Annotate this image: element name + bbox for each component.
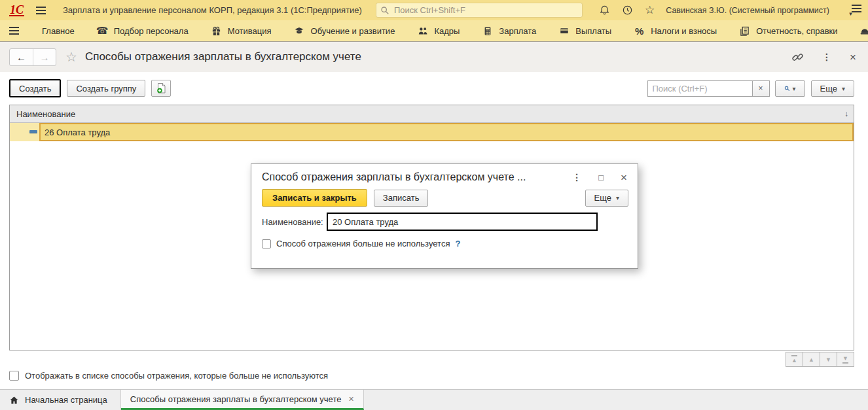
list-scroll-buttons: ▲ ▲ ▼ ▼ <box>786 352 854 367</box>
scroll-down-button[interactable]: ▼ <box>820 352 837 367</box>
dialog-button-bar: Записать и закрыть Записать Еще ▾ <box>251 186 638 207</box>
service-menu-icon[interactable]: ▾ <box>840 5 861 16</box>
notifications-bell-icon[interactable] <box>599 5 610 16</box>
create-group-button[interactable]: Создать группу <box>67 80 145 97</box>
dialog-more-icon[interactable]: ⋮ <box>572 172 581 182</box>
section-obuchenie[interactable]: Обучение и развитие <box>283 20 407 41</box>
top-bar: 1С Зарплата и управление персоналом КОРП… <box>0 0 868 20</box>
calculator-icon <box>482 26 493 36</box>
show-unused-checkbox[interactable] <box>9 371 19 381</box>
dialog-title: Способ отражения зарплаты в бухгалтерско… <box>262 171 555 183</box>
history-nav-group: ← → <box>9 48 56 66</box>
sections-panel-icon[interactable] <box>9 27 19 35</box>
list-search-input[interactable] <box>647 80 752 97</box>
graduation-icon <box>294 26 305 36</box>
list-search-group: × <box>647 80 770 97</box>
name-input[interactable] <box>327 213 598 231</box>
section-podbor-personala[interactable]: ☎ Подбор персонала <box>86 20 200 41</box>
scroll-to-top-button[interactable]: ▲ <box>786 352 803 367</box>
list-toolbar: Создать Создать группу × ▾ Еще ▾ <box>0 72 868 105</box>
create-button[interactable]: Создать <box>9 79 61 97</box>
reflection-method-dialog: Способ отражения зарплаты в бухгалтерско… <box>251 163 638 269</box>
report-icon <box>739 26 750 36</box>
show-unused-filter: Отображать в списке способы отражения, к… <box>9 371 328 381</box>
form-close-icon[interactable]: × <box>850 52 856 63</box>
column-header-name[interactable]: Наименование ↓ <box>10 105 854 123</box>
dialog-more-button[interactable]: Еще ▾ <box>585 190 628 207</box>
favorites-star-icon[interactable]: ☆ <box>645 5 655 16</box>
percent-icon: % <box>634 26 645 37</box>
chevron-down-icon: ▾ <box>792 85 795 92</box>
scroll-up-button[interactable]: ▲ <box>803 352 820 367</box>
chevron-down-icon: ▾ <box>616 194 619 201</box>
1c-logo: 1С <box>9 5 24 16</box>
tab-reflection-methods[interactable]: Способы отражения зарплаты в бухгалтерск… <box>121 390 364 410</box>
global-search[interactable] <box>376 3 583 18</box>
sections-menu-bar: Главное ☎ Подбор персонала Мотивация Обу… <box>0 20 868 42</box>
list-more-button[interactable]: Еще ▾ <box>811 80 854 97</box>
help-question-icon[interactable]: ? <box>455 239 460 248</box>
save-button[interactable]: Записать <box>374 190 429 207</box>
add-favorite-star-icon[interactable]: ☆ <box>65 49 77 65</box>
form-header: ← → ☆ Способы отражения зарплаты в бухга… <box>0 42 868 72</box>
clear-search-button[interactable]: × <box>752 80 770 97</box>
section-kadry[interactable]: Кадры <box>406 20 471 41</box>
form-more-icon[interactable]: ⋮ <box>822 52 831 62</box>
section-otchetnost[interactable]: Отчетность, справки <box>728 20 848 41</box>
dialog-title-bar: Способ отражения зарплаты в бухгалтерско… <box>251 164 638 186</box>
section-glavnoe[interactable]: Главное <box>31 20 86 41</box>
row-name-cell: 26 Оплата труда <box>39 123 854 141</box>
section-vyplaty[interactable]: Выплаты <box>547 20 623 41</box>
not-used-label: Способ отражения больше не используется <box>276 239 450 248</box>
table-row[interactable]: 26 Оплата труда <box>10 123 854 141</box>
card-icon <box>558 26 570 35</box>
search-icon <box>380 6 389 15</box>
dialog-close-icon[interactable]: × <box>621 172 627 183</box>
helmet-icon[interactable] <box>849 26 868 36</box>
unused-check-row: Способ отражения больше не используется … <box>251 231 638 248</box>
section-motivaciya[interactable]: Мотивация <box>200 20 283 41</box>
current-user: Савинская З.Ю. (Системный программист) <box>666 6 829 15</box>
get-link-icon[interactable] <box>791 51 804 63</box>
section-nalogi[interactable]: % Налоги и взносы <box>623 20 728 41</box>
section-zarplata[interactable]: Зарплата <box>471 20 547 41</box>
search-dropdown-button[interactable]: ▾ <box>775 80 805 97</box>
gift-icon <box>211 26 222 36</box>
global-search-input[interactable] <box>393 5 578 16</box>
not-used-checkbox[interactable] <box>262 239 271 248</box>
back-button[interactable]: ← <box>10 49 33 65</box>
list-element-icon <box>29 130 37 133</box>
new-document-plus-icon <box>155 82 167 94</box>
dialog-maximize-icon[interactable]: □ <box>598 173 604 182</box>
page-title: Способы отражения зарплаты в бухгалтерск… <box>85 50 361 63</box>
save-and-close-button[interactable]: Записать и закрыть <box>262 189 367 207</box>
main-menu-icon[interactable] <box>36 7 46 14</box>
tab-close-icon[interactable]: × <box>348 394 353 404</box>
sort-descending-icon: ↓ <box>844 109 848 118</box>
forward-button[interactable]: → <box>33 49 56 65</box>
show-unused-label: Отображать в списке способы отражения, к… <box>25 371 328 381</box>
home-page-tab[interactable]: Начальная страница <box>0 390 121 410</box>
search-icon <box>784 84 790 94</box>
history-clock-icon[interactable] <box>622 5 633 16</box>
app-title: Зарплата и управление персоналом КОРП, р… <box>63 5 362 15</box>
create-new-group-icon-button[interactable] <box>151 80 171 97</box>
name-field-label: Наименование: <box>262 217 327 227</box>
chevron-down-icon: ▾ <box>842 85 845 92</box>
scroll-to-bottom-button[interactable]: ▼ <box>837 352 854 367</box>
people-icon <box>417 26 428 36</box>
open-windows-taskbar: Начальная страница Способы отражения зар… <box>0 389 868 410</box>
phone-icon: ☎ <box>97 25 108 37</box>
home-icon <box>9 396 19 405</box>
name-field-row: Наименование: <box>251 207 638 231</box>
